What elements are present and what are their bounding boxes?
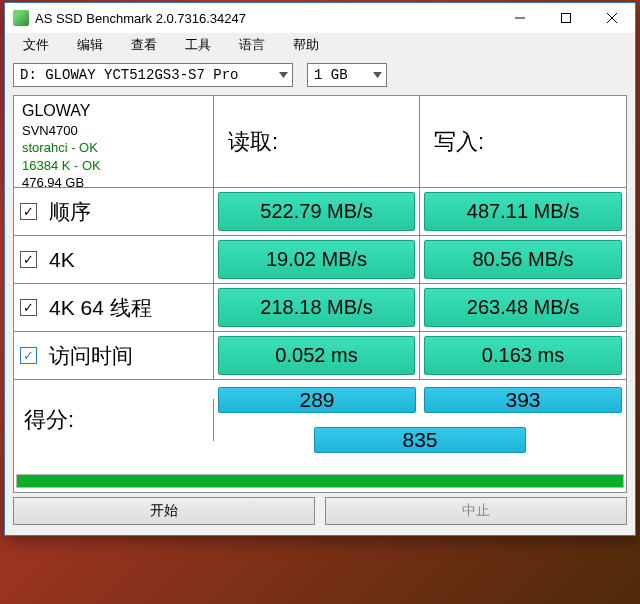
- abort-button[interactable]: 中止: [325, 497, 627, 525]
- seq-checkbox[interactable]: [20, 203, 37, 220]
- score-write: 393: [424, 387, 622, 413]
- row-4k-label-cell: 4K: [14, 236, 214, 284]
- fk64-read-value: 218.18 MB/s: [218, 288, 415, 327]
- row-4k64-label: 4K 64 线程: [49, 294, 152, 322]
- access-read-value: 0.052 ms: [218, 336, 415, 375]
- drive-select[interactable]: D: GLOWAY YCT512GS3-S7 Pro: [13, 63, 293, 87]
- fk64-write-cell: 263.48 MB/s: [420, 284, 626, 332]
- access-write-value: 0.163 ms: [424, 336, 622, 375]
- access-write-cell: 0.163 ms: [420, 332, 626, 380]
- fk64-write-value: 263.48 MB/s: [424, 288, 622, 327]
- fourk-write-value: 80.56 MB/s: [424, 240, 622, 279]
- row-4k-label: 4K: [49, 248, 75, 272]
- drive-info: GLOWAY SVN4700 storahci - OK 16384 K - O…: [14, 96, 214, 188]
- fourk-read-cell: 19.02 MB/s: [214, 236, 420, 284]
- menu-tools[interactable]: 工具: [171, 34, 225, 56]
- row-4k64-label-cell: 4K 64 线程: [14, 284, 214, 332]
- size-select-value: 1 GB: [308, 67, 368, 83]
- svg-marker-4: [279, 72, 288, 78]
- app-window: AS SSD Benchmark 2.0.7316.34247 文件 编辑 查看…: [4, 2, 636, 536]
- header-write: 写入:: [420, 96, 626, 188]
- maximize-button[interactable]: [543, 3, 589, 33]
- fk64-checkbox[interactable]: [20, 299, 37, 316]
- menu-file[interactable]: 文件: [9, 34, 63, 56]
- drive-select-value: D: GLOWAY YCT512GS3-S7 Pro: [14, 67, 274, 83]
- start-button[interactable]: 开始: [13, 497, 315, 525]
- progress-fill: [17, 475, 623, 487]
- menu-edit[interactable]: 编辑: [63, 34, 117, 56]
- drive-name: GLOWAY: [22, 100, 90, 122]
- header-read: 读取:: [214, 96, 420, 188]
- results-panel: GLOWAY SVN4700 storahci - OK 16384 K - O…: [13, 95, 627, 493]
- menu-language[interactable]: 语言: [225, 34, 279, 56]
- chevron-down-icon: [368, 64, 386, 86]
- score-row: 得分: 289 393 835: [14, 380, 626, 468]
- menubar: 文件 编辑 查看 工具 语言 帮助: [5, 33, 635, 57]
- close-button[interactable]: [589, 3, 635, 33]
- drive-driver: storahci - OK: [22, 139, 98, 157]
- row-seq-label-cell: 顺序: [14, 188, 214, 236]
- fourk-write-cell: 80.56 MB/s: [420, 236, 626, 284]
- fk64-read-cell: 218.18 MB/s: [214, 284, 420, 332]
- fourk-checkbox[interactable]: [20, 251, 37, 268]
- progress-bar: [16, 474, 624, 488]
- row-access-label-cell: 访问时间: [14, 332, 214, 380]
- menu-help[interactable]: 帮助: [279, 34, 333, 56]
- menu-view[interactable]: 查看: [117, 34, 171, 56]
- seq-write-value: 487.11 MB/s: [424, 192, 622, 231]
- score-label: 得分:: [14, 399, 214, 441]
- app-icon: [13, 10, 29, 26]
- svg-marker-5: [373, 72, 382, 78]
- svg-rect-1: [562, 14, 571, 23]
- drive-firmware: SVN4700: [22, 122, 78, 140]
- score-read: 289: [218, 387, 416, 413]
- selector-row: D: GLOWAY YCT512GS3-S7 Pro 1 GB: [5, 57, 635, 91]
- row-access-label: 访问时间: [49, 342, 133, 370]
- seq-write-cell: 487.11 MB/s: [420, 188, 626, 236]
- score-total: 835: [314, 427, 526, 453]
- fourk-read-value: 19.02 MB/s: [218, 240, 415, 279]
- bottom-buttons: 开始 中止: [5, 493, 635, 535]
- access-checkbox[interactable]: [20, 347, 37, 364]
- chevron-down-icon: [274, 64, 292, 86]
- window-title: AS SSD Benchmark 2.0.7316.34247: [35, 11, 497, 26]
- row-seq-label: 顺序: [49, 198, 91, 226]
- seq-read-value: 522.79 MB/s: [218, 192, 415, 231]
- drive-alignment: 16384 K - OK: [22, 157, 101, 175]
- minimize-button[interactable]: [497, 3, 543, 33]
- size-select[interactable]: 1 GB: [307, 63, 387, 87]
- access-read-cell: 0.052 ms: [214, 332, 420, 380]
- titlebar: AS SSD Benchmark 2.0.7316.34247: [5, 3, 635, 33]
- seq-read-cell: 522.79 MB/s: [214, 188, 420, 236]
